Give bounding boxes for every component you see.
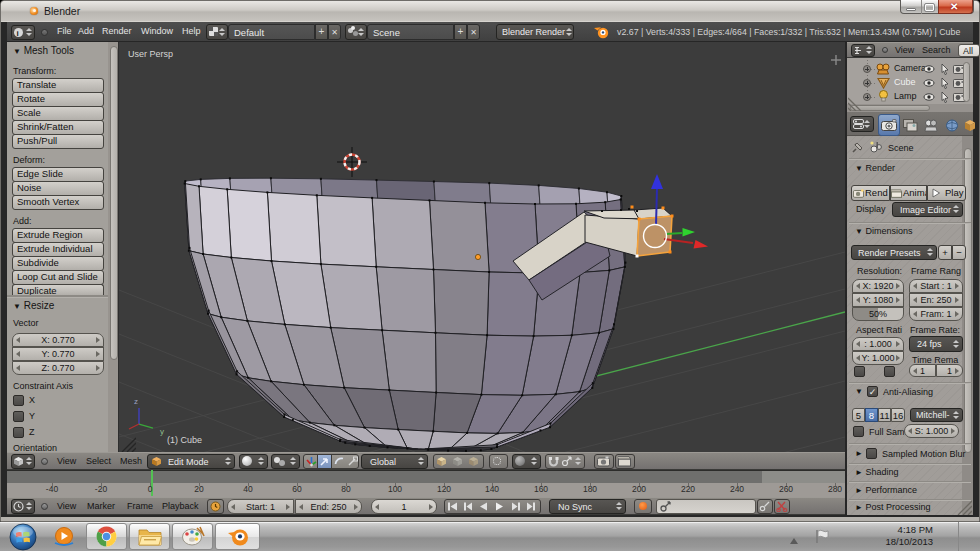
svg-text:y: y xyxy=(160,427,164,436)
svg-text:z: z xyxy=(134,397,138,406)
svg-text:User Persp: User Persp xyxy=(128,49,173,59)
svg-text:(1) Cube: (1) Cube xyxy=(167,435,202,445)
